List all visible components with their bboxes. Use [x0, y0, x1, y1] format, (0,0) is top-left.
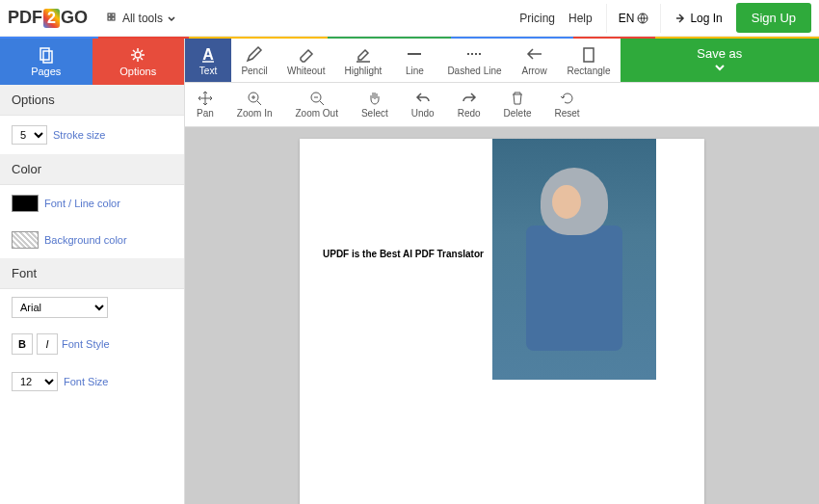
text-icon: A: [198, 44, 218, 64]
sidebar: Pages Options Options 5 Stroke size Colo…: [0, 39, 185, 504]
tool-whiteout[interactable]: Whiteout: [277, 39, 334, 82]
canvas[interactable]: UPDF is the Best AI PDF Translator: [185, 127, 819, 504]
svg-rect-6: [43, 51, 52, 63]
dashed-line-icon: [464, 44, 484, 64]
signup-button[interactable]: Sign Up: [736, 3, 811, 33]
tool-line[interactable]: Line: [391, 39, 437, 82]
tool-rectangle[interactable]: Rectangle: [558, 39, 621, 82]
trash-icon: [510, 91, 525, 106]
logo[interactable]: PDF2GO: [8, 8, 88, 28]
font-color-label: Font / Line color: [44, 198, 120, 209]
grid-icon: [107, 13, 119, 24]
tab-pages[interactable]: Pages: [0, 39, 92, 85]
language-selector[interactable]: EN: [606, 4, 662, 33]
lang-label: EN: [619, 12, 635, 25]
all-tools-dropdown[interactable]: All tools: [99, 8, 188, 29]
document-text: UPDF is the Best AI PDF Translator: [323, 249, 484, 259]
italic-button[interactable]: I: [37, 333, 58, 355]
stroke-size-select[interactable]: 5: [12, 125, 47, 145]
pages-icon: [38, 46, 55, 64]
undo-icon: [415, 91, 431, 106]
zoom-in-icon: [247, 91, 262, 106]
all-tools-label: All tools: [122, 12, 163, 25]
save-as-button[interactable]: Save as: [621, 39, 819, 82]
stroke-size-label: Stroke size: [53, 129, 105, 141]
globe-icon: [637, 13, 648, 24]
document-image: [492, 139, 656, 380]
chevron-down-icon: [713, 61, 727, 74]
main-toolbar: A Text Pencil Whiteout Highlight Line: [185, 39, 819, 83]
tool-zoom-out[interactable]: Zoom Out: [283, 87, 349, 122]
highlight-icon: [354, 44, 373, 64]
pan-icon: [198, 91, 213, 106]
svg-rect-2: [108, 17, 111, 20]
help-link[interactable]: Help: [568, 12, 593, 25]
tool-redo[interactable]: Redo: [446, 87, 492, 122]
tab-options-label: Options: [119, 66, 156, 77]
tool-undo[interactable]: Undo: [400, 87, 446, 122]
secondary-toolbar: Pan Zoom In Zoom Out Select Undo Redo: [185, 83, 819, 127]
svg-line-19: [320, 101, 324, 105]
svg-text:A: A: [202, 46, 214, 63]
login-icon: [674, 13, 686, 24]
login-label: Log In: [690, 12, 722, 25]
bg-color-label: Background color: [44, 234, 127, 246]
svg-rect-0: [108, 13, 111, 16]
tab-pages-label: Pages: [31, 66, 61, 77]
select-icon: [367, 91, 383, 106]
bg-color-swatch[interactable]: [12, 231, 39, 249]
color-heading: Color: [0, 154, 184, 185]
font-style-label: Font Style: [62, 338, 110, 350]
font-heading: Font: [0, 258, 184, 289]
font-size-select[interactable]: 12: [12, 372, 58, 391]
svg-rect-3: [112, 17, 115, 20]
arrow-icon: [525, 44, 544, 64]
tool-pencil[interactable]: Pencil: [231, 39, 277, 82]
tool-text[interactable]: A Text: [185, 39, 231, 82]
top-header: PDF2GO All tools Pricing Help EN Log In …: [0, 0, 819, 37]
tool-reset[interactable]: Reset: [542, 87, 591, 122]
pdf-page[interactable]: UPDF is the Best AI PDF Translator: [300, 139, 704, 504]
bold-button[interactable]: B: [12, 333, 33, 355]
svg-rect-5: [40, 48, 49, 60]
font-color-swatch[interactable]: [12, 195, 39, 212]
gear-icon: [129, 46, 146, 64]
font-size-label: Font Size: [64, 376, 108, 387]
svg-line-15: [257, 101, 261, 105]
save-as-label: Save as: [697, 46, 742, 61]
zoom-out-icon: [309, 91, 325, 106]
rectangle-icon: [579, 44, 598, 64]
tool-arrow[interactable]: Arrow: [512, 39, 558, 82]
tool-zoom-in[interactable]: Zoom In: [225, 87, 284, 122]
reset-icon: [560, 91, 575, 106]
svg-rect-13: [584, 48, 594, 62]
pricing-link[interactable]: Pricing: [519, 12, 555, 25]
tab-options[interactable]: Options: [92, 39, 185, 85]
svg-point-7: [135, 52, 141, 58]
options-heading: Options: [0, 85, 184, 116]
person-illustration: [521, 168, 627, 370]
eraser-icon: [297, 44, 316, 64]
redo-icon: [462, 91, 477, 106]
chevron-down-icon: [167, 13, 176, 23]
line-icon: [405, 44, 424, 64]
tool-delete[interactable]: Delete: [492, 87, 543, 122]
content-area: A Text Pencil Whiteout Highlight Line: [185, 39, 819, 504]
pencil-icon: [245, 44, 264, 64]
login-button[interactable]: Log In: [674, 12, 722, 25]
tool-highlight[interactable]: Highlight: [334, 39, 391, 82]
font-family-select[interactable]: Arial: [12, 297, 108, 318]
tool-select[interactable]: Select: [350, 87, 400, 122]
tool-pan[interactable]: Pan: [185, 87, 225, 122]
tool-dashed-line[interactable]: Dashed Line: [437, 39, 511, 82]
svg-rect-1: [112, 13, 115, 16]
